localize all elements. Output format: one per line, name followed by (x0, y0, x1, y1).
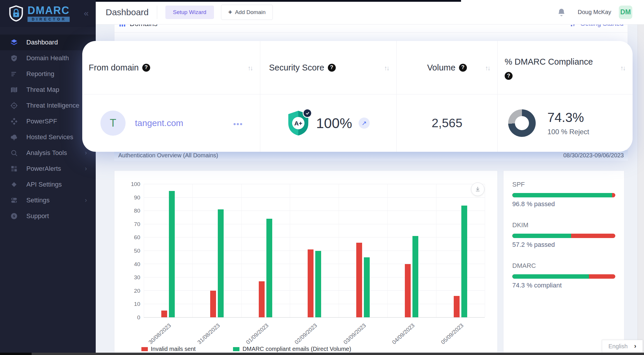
security-score-value: 100% (316, 115, 352, 131)
sidebar-item-threat-map[interactable]: Threat Map (0, 82, 96, 98)
sidebar-item-label: API Settings (26, 181, 62, 188)
target-icon (10, 101, 18, 110)
bar[interactable] (210, 291, 216, 317)
nodes-icon (10, 117, 18, 125)
sidebar-item-settings[interactable]: Settings› (0, 192, 96, 208)
sidebar-nav: DashboardDomain HealthReportingThreat Ma… (0, 35, 96, 224)
sidebar-item-label: Settings (26, 197, 50, 204)
add-domain-label: Add Domain (235, 9, 266, 15)
sidebar-item-dashboard[interactable]: Dashboard (0, 35, 96, 50)
domain-link[interactable]: tangent.com (135, 118, 183, 128)
y-tick-label: 90 (134, 194, 140, 201)
help-icon[interactable]: ? (505, 72, 513, 80)
chevron-right-icon: › (85, 197, 87, 204)
y-tick-label: 20 (134, 288, 140, 294)
logo[interactable]: DMARC DIRECTOR « (0, 0, 96, 27)
map-icon (10, 86, 18, 94)
bar-group-31/08/2023 (210, 184, 224, 317)
gridline (192, 184, 193, 317)
bar[interactable] (412, 236, 418, 317)
y-tick-label: 100 (131, 181, 140, 187)
sidebar-item-label: Domain Health (26, 54, 69, 62)
legend-item[interactable]: DMARC compliant emails (Direct Volume) (233, 346, 351, 352)
bar[interactable] (454, 296, 460, 317)
legend-swatch (141, 347, 148, 351)
table-row-score-cell: A+ 100% ↗ (260, 94, 397, 152)
vertical-scrollbar[interactable] (638, 25, 644, 353)
bar-group-05/09/2023 (454, 184, 467, 317)
bar[interactable] (161, 311, 167, 317)
sort-icon[interactable]: ↑↓ (248, 64, 252, 72)
chevron-right-icon: › (85, 149, 87, 157)
sidebar-item-api-settings[interactable]: API Settings (0, 177, 96, 192)
sidebar-item-threat-intelligence[interactable]: Threat Intelligence (0, 98, 96, 113)
y-tick-label: 30 (134, 274, 140, 281)
spf-meter (512, 193, 615, 197)
bar[interactable] (461, 206, 467, 317)
header-divider (157, 6, 157, 19)
bar[interactable] (169, 191, 175, 317)
y-tick-label: 50 (134, 248, 140, 254)
bar[interactable] (405, 264, 411, 317)
help-icon[interactable]: ? (142, 64, 150, 72)
sidebar-item-powerspf[interactable]: PowerSPF (0, 113, 96, 129)
sidebar-item-analysis-tools[interactable]: Analysis Tools› (0, 145, 96, 161)
bar[interactable] (315, 251, 321, 318)
sort-icon[interactable]: ↑↓ (485, 64, 490, 72)
sort-icon[interactable]: ↑↓ (384, 64, 389, 72)
setup-wizard-button[interactable]: Setup Wizard (165, 6, 214, 19)
horizontal-scrollbar-thumb[interactable] (0, 353, 32, 355)
add-domain-button[interactable]: + Add Domain (221, 5, 273, 20)
dkim-meter (512, 234, 615, 238)
domain-avatar: T (100, 111, 126, 136)
open-score-link[interactable]: ↗ (359, 118, 370, 129)
bar[interactable] (266, 219, 272, 317)
sidebar-item-hosted-services[interactable]: Hosted Services (0, 129, 96, 145)
row-menu-dots[interactable]: ••• (233, 120, 243, 129)
spf-caption: 96.8 % passed (512, 200, 615, 208)
bar[interactable] (308, 249, 314, 317)
chevron-right-icon: › (634, 342, 636, 350)
legend-item[interactable]: Invalid mails sent (141, 346, 196, 352)
help-icon[interactable]: ? (328, 64, 336, 72)
top-header: Dashboard Setup Wizard + Add Domain Doug… (96, 0, 644, 25)
sidebar-collapse-button[interactable]: « (84, 9, 89, 18)
auth-overview-range: 08/30/2023-09/06/2023 (563, 152, 624, 159)
sidebar-item-label: Reporting (26, 70, 54, 78)
bar[interactable] (364, 257, 370, 317)
auth-overview-chart-card: 0102030405060708090100 30/08/202331/08/2… (114, 170, 498, 353)
cloud-upload-icon (10, 133, 18, 141)
bar[interactable] (259, 281, 265, 317)
legend-swatch (233, 347, 239, 351)
brand-subtitle: DIRECTOR (28, 17, 70, 22)
horizontal-scrollbar[interactable] (0, 353, 644, 355)
dmarc-director-app: DMARC DIRECTOR « DashboardDomain HealthR… (0, 0, 644, 355)
user-name: Doug McKay (578, 9, 612, 15)
spf-label: SPF (512, 181, 615, 188)
dmarc-label: DMARC (512, 262, 615, 270)
bar-group-01/09/2023 (259, 184, 272, 317)
sidebar-item-domain-health[interactable]: Domain Health (0, 50, 96, 66)
col-label: From domain (89, 61, 139, 74)
chart-download-button[interactable] (471, 182, 484, 196)
language-selector[interactable]: English › (602, 340, 643, 353)
notifications-bell-icon[interactable] (557, 7, 566, 17)
brand-name: DMARC (28, 5, 70, 16)
sidebar-item-support[interactable]: Support (0, 208, 96, 224)
col-label: Volume (427, 61, 455, 74)
sidebar-item-label: Analysis Tools (26, 149, 67, 157)
sidebar-item-reporting[interactable]: Reporting (0, 66, 96, 82)
y-tick-label: 60 (134, 234, 140, 241)
security-score-shield-icon: A+ (287, 110, 310, 136)
y-tick-label: 70 (134, 221, 140, 228)
sidebar-item-poweralerts[interactable]: PowerAlerts› (0, 161, 96, 177)
bar[interactable] (218, 209, 224, 317)
chevron-right-icon: › (85, 165, 87, 173)
dkim-caption: 57.2 % passed (512, 241, 615, 249)
bar[interactable] (356, 243, 362, 317)
user-avatar[interactable]: DM (619, 6, 632, 19)
sort-icon[interactable]: ↑↓ (620, 64, 625, 72)
bar-group-04/09/2023 (405, 184, 418, 317)
bar-group-03/09/2023 (356, 184, 370, 317)
help-icon[interactable]: ? (459, 64, 467, 72)
